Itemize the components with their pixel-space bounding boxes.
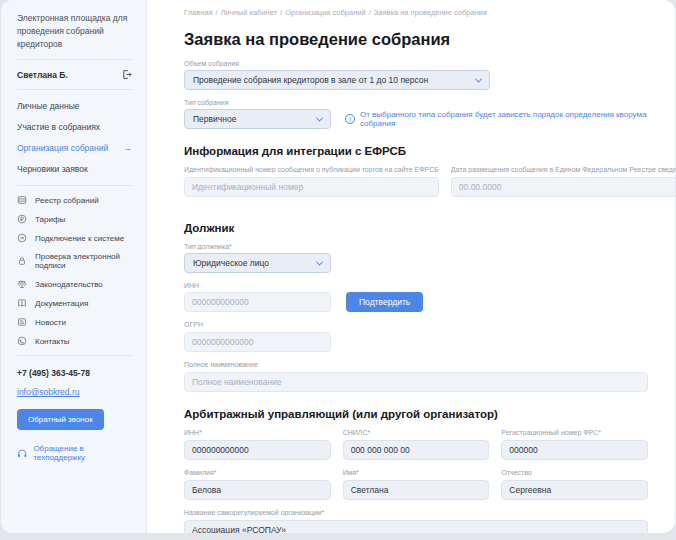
sidebar-item-label: Контакты <box>35 337 70 346</box>
debtor-inn-input[interactable] <box>184 292 331 312</box>
support-link[interactable]: Обращение в техподдержку <box>17 444 132 462</box>
tariffs-icon <box>17 214 27 224</box>
support-email-link[interactable]: info@sobkred.ru <box>17 387 80 397</box>
sidebar-item-meeting-registry[interactable]: Реестр собраний <box>17 195 132 205</box>
field-manager-frs: Регистрационный номер ФРС* <box>501 429 648 460</box>
field-label: Регистрационный номер ФРС* <box>501 429 648 436</box>
manager-sro-input[interactable] <box>184 520 648 533</box>
support-link-label: Обращение в техподдержку <box>33 444 132 462</box>
connect-icon <box>17 233 27 243</box>
sidebar-item-label: Законодательство <box>35 280 103 289</box>
field-efrsb-id: Идентификационный номер сообщения о публ… <box>184 166 439 197</box>
field-label: Фамилия* <box>184 469 331 476</box>
active-arrow-icon: → <box>123 143 132 153</box>
efrsb-id-input[interactable] <box>184 177 439 197</box>
sidebar-item-documentation[interactable]: Документация <box>17 298 132 308</box>
sidebar-item-label: Подключение к системе <box>35 234 124 243</box>
field-manager-last-name: Фамилия* <box>184 469 331 500</box>
field-debtor-type: Тип должника* Юридическое лицо <box>184 243 648 273</box>
sidebar-item-label: Личные данные <box>17 101 80 111</box>
manager-first-name-input[interactable] <box>343 480 490 500</box>
manager-frs-input[interactable] <box>501 440 648 460</box>
field-debtor-ogrn: ОГРН <box>184 321 648 352</box>
breadcrumb-organization[interactable]: Организация собраний <box>285 8 365 17</box>
field-manager-inn: ИНН* <box>184 429 331 460</box>
sidebar-item-meeting-participation[interactable]: Участие в собраниях <box>17 122 132 132</box>
field-label: Тип собрания <box>184 99 648 106</box>
field-label: Полное наименование <box>184 361 648 368</box>
sidebar-item-label: Реестр собраний <box>35 196 99 205</box>
sidebar-item-label: Организация собраний <box>17 143 108 153</box>
confirm-inn-button[interactable]: Подтвердить <box>346 292 423 312</box>
sidebar-item-meeting-organization[interactable]: Организация собраний → <box>17 143 132 153</box>
meeting-scope-select[interactable]: Проведение собрания кредиторов в зале от… <box>184 70 490 90</box>
sidebar-item-personal-data[interactable]: Личные данные <box>17 101 132 111</box>
divider <box>17 59 132 60</box>
breadcrumb-cabinet[interactable]: Личный кабинет <box>221 8 277 17</box>
breadcrumb-home[interactable]: Главная <box>184 8 213 17</box>
field-efrsb-date: Дата размещения сообщения в Едином Федер… <box>451 166 675 197</box>
page-title: Заявка на проведение собрания <box>184 30 648 49</box>
field-meeting-type: Тип собрания Первичное i От выбранного т… <box>184 99 648 129</box>
divider <box>17 89 132 90</box>
section-heading-manager: Арбитражный управляющий (или другой орга… <box>184 408 648 420</box>
meeting-type-select[interactable]: Первичное <box>184 109 331 129</box>
sidebar-item-contacts[interactable]: Контакты <box>17 336 132 346</box>
efrsb-date-input[interactable] <box>451 177 675 197</box>
info-icon: i <box>345 114 355 124</box>
chevron-down-icon <box>316 258 323 265</box>
sidebar-item-legislation[interactable]: Законодательство <box>17 279 132 289</box>
manager-inn-input[interactable] <box>184 440 331 460</box>
field-label: ОГРН <box>184 321 648 328</box>
divider <box>17 185 132 186</box>
app-window: Электронная площадка для проведения собр… <box>1 0 675 533</box>
selected-value: Первичное <box>193 114 236 124</box>
manager-last-name-input[interactable] <box>184 480 331 500</box>
headset-icon <box>17 448 27 459</box>
sidebar-item-label: Черновики заявок <box>17 164 88 174</box>
field-manager-middle-name: Отчество <box>501 469 648 500</box>
breadcrumb-current: Заявка на проведение собрания <box>374 8 487 17</box>
sidebar-item-draft-applications[interactable]: Черновики заявок <box>17 164 132 174</box>
user-name: Светлана Б. <box>17 70 68 80</box>
field-label: Идентификационный номер сообщения о публ… <box>184 166 439 173</box>
manager-middle-name-input[interactable] <box>501 480 648 500</box>
user-row: Светлана Б. <box>17 69 132 80</box>
sidebar-item-signature-check[interactable]: Проверка электронной подписи <box>17 252 132 270</box>
field-label: Дата размещения сообщения в Едином Федер… <box>451 166 675 173</box>
debtor-type-select[interactable]: Юридическое лицо <box>184 253 331 273</box>
contacts-icon <box>17 336 27 346</box>
sidebar-item-tariffs[interactable]: Тарифы <box>17 214 132 224</box>
field-manager-sro: Название саморегулируемой организации* <box>184 509 648 533</box>
documentation-icon <box>17 298 27 308</box>
signature-check-icon <box>17 256 27 266</box>
manager-snils-input[interactable] <box>343 440 490 460</box>
hint-text: От выбранного типа собрания будет зависе… <box>360 110 648 128</box>
debtor-full-name-input[interactable] <box>184 372 648 392</box>
main-content: Главная/Личный кабинет/Организация собра… <box>147 0 675 533</box>
sidebar-item-label: Тарифы <box>35 215 65 224</box>
logout-icon[interactable] <box>121 69 132 80</box>
selected-value: Юридическое лицо <box>193 258 269 268</box>
breadcrumb: Главная/Личный кабинет/Организация собра… <box>184 8 648 17</box>
field-label: ИНН* <box>184 429 331 436</box>
registry-icon <box>17 195 27 205</box>
sidebar-item-system-connection[interactable]: Подключение к системе <box>17 233 132 243</box>
section-heading-efrsb: Информация для интеграции с ЕФРСБ <box>184 145 648 157</box>
brand-title: Электронная площадка для проведения собр… <box>17 12 132 50</box>
news-icon <box>17 317 27 327</box>
field-label: ИНН <box>184 282 648 289</box>
field-label: Отчество <box>501 469 648 476</box>
callback-button[interactable]: Обратный звонок <box>17 409 104 430</box>
field-manager-first-name: Имя* <box>343 469 490 500</box>
support-phone: +7 (495) 363-45-78 <box>17 368 132 378</box>
sidebar-item-news[interactable]: Новости <box>17 317 132 327</box>
selected-value: Проведение собрания кредиторов в зале от… <box>193 75 428 85</box>
field-label: Объем собрания <box>184 60 648 67</box>
field-label: Название саморегулируемой организации* <box>184 509 648 516</box>
field-label: Имя* <box>343 469 490 476</box>
debtor-ogrn-input[interactable] <box>184 332 331 352</box>
field-manager-snils: СНИЛС* <box>343 429 490 460</box>
chevron-down-icon <box>475 75 482 82</box>
sidebar-item-label: Участие в собраниях <box>17 122 100 132</box>
